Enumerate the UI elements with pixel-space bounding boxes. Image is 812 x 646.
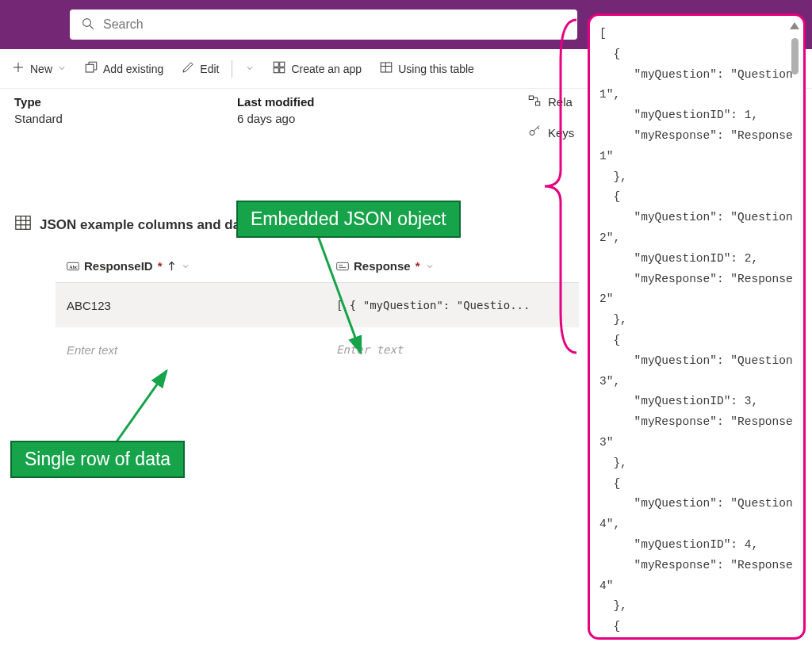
chevron-down-icon: [245, 63, 255, 75]
modified-label: Last modified: [237, 95, 315, 109]
svg-line-27: [115, 371, 167, 444]
cell-placeholder[interactable]: Enter text: [56, 343, 325, 357]
svg-rect-23: [337, 262, 349, 269]
edit-chevron[interactable]: [239, 59, 261, 78]
svg-rect-4: [86, 64, 94, 72]
callout-row: Single row of data: [10, 441, 185, 478]
search-box[interactable]: [70, 10, 577, 40]
svg-line-1: [90, 25, 94, 29]
prop-type: Type Standard: [14, 95, 63, 125]
prop-modified: Last modified 6 days ago: [237, 95, 315, 125]
table-icon: [379, 60, 393, 77]
svg-rect-8: [280, 68, 285, 73]
add-existing-button[interactable]: Add existing: [78, 57, 170, 80]
new-label: New: [30, 63, 52, 75]
using-table-button[interactable]: Using this table: [373, 57, 481, 80]
svg-rect-13: [536, 102, 540, 106]
json-content[interactable]: [ { "myQuestion": "Question 1", "myQuest…: [599, 24, 795, 640]
modified-value: 6 days ago: [237, 112, 315, 125]
svg-rect-15: [16, 216, 30, 230]
search-input[interactable]: [103, 17, 566, 32]
type-value: Standard: [14, 112, 63, 125]
plus-icon: [11, 60, 25, 77]
relationship-icon: [527, 94, 542, 110]
cell-response[interactable]: [ { "myQuestion": "Questio...: [325, 299, 579, 312]
col-responseid-label: ResponseID: [84, 259, 153, 273]
scrollbar-thumb[interactable]: [791, 38, 799, 75]
type-label: Type: [14, 95, 63, 109]
chevron-down-icon: [425, 262, 435, 271]
app-grid-icon: [272, 60, 286, 77]
edit-label: Edit: [200, 63, 219, 75]
svg-rect-12: [529, 96, 533, 100]
text-field-icon: [336, 262, 349, 271]
svg-point-0: [83, 18, 91, 26]
keys-label: Keys: [548, 126, 574, 140]
table-row-new[interactable]: Enter text Enter text: [56, 327, 579, 372]
edit-button[interactable]: Edit: [174, 57, 225, 80]
chevron-down-icon: [57, 63, 67, 75]
divider: [232, 60, 232, 78]
svg-rect-9: [381, 63, 392, 72]
svg-rect-5: [274, 62, 279, 67]
rela-label: Rela: [548, 95, 573, 109]
col-response-label: Response: [354, 259, 411, 273]
chevron-down-icon: [181, 262, 190, 271]
add-existing-label: Add existing: [103, 63, 163, 75]
svg-rect-7: [274, 68, 279, 73]
text-field-icon: Abc: [67, 262, 79, 271]
search-wrapper: [70, 10, 577, 40]
keys-link[interactable]: Keys: [527, 124, 574, 141]
new-button[interactable]: New: [5, 57, 73, 80]
add-existing-icon: [84, 60, 98, 77]
col-responseid[interactable]: Abc ResponseID*: [56, 250, 325, 282]
create-app-button[interactable]: Create an app: [266, 57, 368, 80]
side-actions: Rela Keys: [527, 94, 574, 141]
svg-text:Abc: Abc: [69, 264, 78, 269]
create-app-label: Create an app: [291, 63, 362, 75]
table-header: Abc ResponseID* Response*: [56, 250, 579, 283]
key-icon: [527, 124, 542, 141]
svg-rect-6: [280, 62, 285, 67]
data-table: Abc ResponseID* Response* ABC123 [ { "my…: [56, 250, 579, 372]
search-icon: [81, 17, 95, 33]
svg-point-14: [530, 131, 534, 136]
cell-responseid[interactable]: ABC123: [56, 299, 325, 312]
cell-placeholder[interactable]: Enter text: [325, 343, 579, 356]
relationships-link[interactable]: Rela: [527, 94, 574, 110]
sort-asc-icon: [167, 261, 176, 271]
required-asterisk: *: [158, 259, 163, 273]
callout-json: Embedded JSON object: [236, 201, 461, 238]
scrollbar-up-icon[interactable]: [790, 22, 799, 29]
table-row[interactable]: ABC123 [ { "myQuestion": "Questio...: [56, 283, 579, 327]
col-response[interactable]: Response*: [325, 250, 579, 282]
arrow-annotation: [103, 365, 198, 452]
using-table-label: Using this table: [398, 63, 474, 75]
section-title: JSON example columns and data: [40, 217, 252, 233]
table-grid-icon: [14, 214, 32, 235]
required-asterisk: *: [416, 259, 420, 273]
json-detail-panel: [ { "myQuestion": "Question 1", "myQuest…: [588, 13, 806, 640]
pencil-icon: [181, 60, 195, 77]
